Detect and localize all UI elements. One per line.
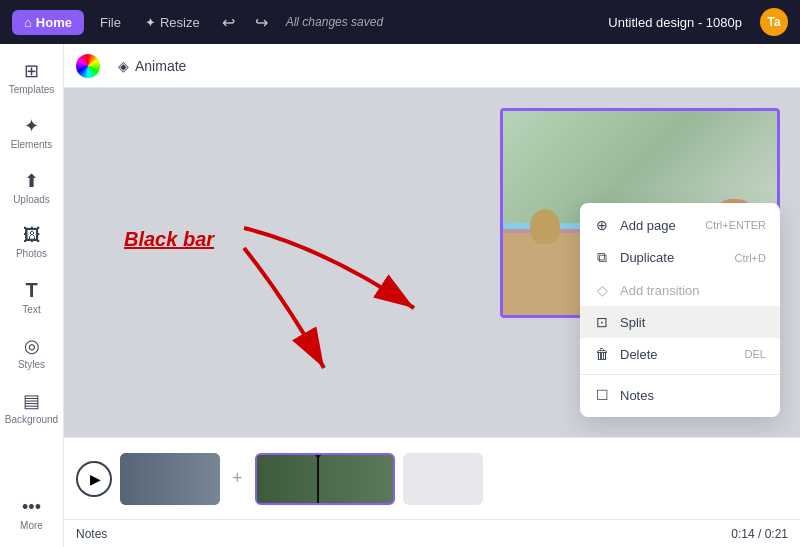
top-navigation: ⌂ Home File ✦ Resize ↩ ↪ All changes sav…: [0, 0, 800, 44]
context-menu: ⊕ Add page Ctrl+ENTER ⧉ Duplicate Ctrl+D…: [580, 203, 780, 417]
sidebar-background-label: Background: [5, 414, 58, 425]
duplicate-label: Duplicate: [620, 250, 674, 265]
file-button[interactable]: File: [92, 11, 129, 34]
user-avatar[interactable]: Ta: [760, 8, 788, 36]
context-add-page[interactable]: ⊕ Add page Ctrl+ENTER: [580, 209, 780, 241]
sidebar-item-text[interactable]: T Text: [4, 271, 60, 323]
redo-button[interactable]: ↪: [249, 9, 274, 36]
styles-icon: ◎: [24, 335, 40, 357]
add-clip-button[interactable]: +: [228, 468, 247, 489]
canvas-content[interactable]: Black bar: [64, 88, 800, 437]
home-label: Home: [36, 15, 72, 30]
timeline-clip-3[interactable]: [403, 453, 483, 505]
sidebar-item-background[interactable]: ▤ Background: [4, 382, 60, 433]
canvas-area: ◈ Animate Black bar: [64, 44, 800, 547]
play-icon: ▶: [90, 471, 101, 487]
text-icon: T: [25, 279, 37, 302]
animate-icon: ◈: [118, 58, 129, 74]
add-page-label: Add page: [620, 218, 676, 233]
sidebar-item-uploads[interactable]: ⬆ Uploads: [4, 162, 60, 213]
sidebar-uploads-label: Uploads: [13, 194, 50, 205]
notes-footer-label: Notes: [76, 527, 107, 541]
resize-icon: ✦: [145, 15, 156, 30]
context-add-transition: ◇ Add transition: [580, 274, 780, 306]
sidebar: ⊞ Templates ✦ Elements ⬆ Uploads 🖼 Photo…: [0, 44, 64, 547]
resize-button[interactable]: ✦ Resize: [137, 11, 208, 34]
duplicate-icon: ⧉: [594, 249, 610, 266]
document-title: Untitled design - 1080p: [608, 15, 742, 30]
context-split[interactable]: ⊡ Split: [580, 306, 780, 338]
add-page-icon: ⊕: [594, 217, 610, 233]
more-icon: •••: [22, 497, 41, 518]
animate-label: Animate: [135, 58, 186, 74]
background-icon: ▤: [23, 390, 40, 412]
timeline-clip-2[interactable]: [255, 453, 395, 505]
color-picker[interactable]: [76, 54, 100, 78]
timeline-time: 0:14 / 0:21: [731, 527, 788, 541]
sidebar-photos-label: Photos: [16, 248, 47, 259]
sidebar-text-label: Text: [22, 304, 40, 315]
photos-icon: 🖼: [23, 225, 41, 246]
animate-button[interactable]: ◈ Animate: [110, 54, 194, 78]
sidebar-styles-label: Styles: [18, 359, 45, 370]
annotation-arrows: [124, 168, 524, 437]
delete-shortcut: DEL: [745, 348, 766, 360]
timeline-clip-1[interactable]: [120, 453, 220, 505]
home-button[interactable]: ⌂ Home: [12, 10, 84, 35]
sidebar-elements-label: Elements: [11, 139, 53, 150]
templates-icon: ⊞: [24, 60, 39, 82]
sidebar-item-templates[interactable]: ⊞ Templates: [4, 52, 60, 103]
elements-icon: ✦: [24, 115, 39, 137]
context-divider: [580, 374, 780, 375]
resize-label: Resize: [160, 15, 200, 30]
add-transition-icon: ◇: [594, 282, 610, 298]
add-page-shortcut: Ctrl+ENTER: [705, 219, 766, 231]
delete-icon: 🗑: [594, 346, 610, 362]
context-delete[interactable]: 🗑 Delete DEL: [580, 338, 780, 370]
notes-label: Notes: [620, 388, 654, 403]
notes-icon: ☐: [594, 387, 610, 403]
sidebar-templates-label: Templates: [9, 84, 55, 95]
delete-label: Delete: [620, 347, 658, 362]
main-layout: ⊞ Templates ✦ Elements ⬆ Uploads 🖼 Photo…: [0, 44, 800, 547]
sidebar-item-elements[interactable]: ✦ Elements: [4, 107, 60, 158]
sidebar-more-label: More: [20, 520, 43, 531]
context-duplicate[interactable]: ⧉ Duplicate Ctrl+D: [580, 241, 780, 274]
black-bar-annotation: Black bar: [124, 228, 214, 251]
home-icon: ⌂: [24, 15, 32, 30]
duplicate-shortcut: Ctrl+D: [735, 252, 766, 264]
play-button[interactable]: ▶: [76, 461, 112, 497]
add-transition-label: Add transition: [620, 283, 700, 298]
split-icon: ⊡: [594, 314, 610, 330]
uploads-icon: ⬆: [24, 170, 39, 192]
timeline-tracks: ▶ +: [64, 438, 800, 519]
timeline-footer: Notes 0:14 / 0:21: [64, 519, 800, 547]
split-label: Split: [620, 315, 645, 330]
sidebar-more[interactable]: ••• More: [4, 489, 60, 539]
undo-button[interactable]: ↩: [216, 9, 241, 36]
canvas-toolbar: ◈ Animate: [64, 44, 800, 88]
timeline: ▶ + Notes 0:14 / 0:21: [64, 437, 800, 547]
sidebar-item-photos[interactable]: 🖼 Photos: [4, 217, 60, 267]
save-status: All changes saved: [286, 15, 383, 29]
context-notes[interactable]: ☐ Notes: [580, 379, 780, 411]
sidebar-item-styles[interactable]: ◎ Styles: [4, 327, 60, 378]
